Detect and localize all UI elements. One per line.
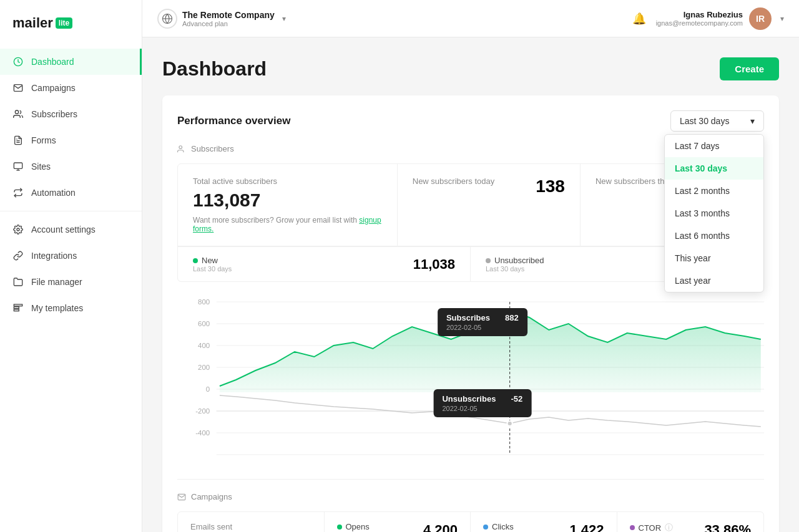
sidebar-item-subscribers[interactable]: Subscribers bbox=[0, 101, 142, 127]
sidebar-item-file-manager[interactable]: File manager bbox=[0, 269, 142, 295]
page-header: Dashboard Create bbox=[162, 57, 779, 80]
signup-text: Want more subscribers? Grow your email l… bbox=[193, 216, 359, 225]
opens-cell: Opens Last 30 days 4,200 bbox=[325, 512, 471, 532]
svg-text:400: 400 bbox=[198, 342, 210, 349]
forms-icon bbox=[12, 135, 24, 146]
date-dropdown[interactable]: Last 30 days ▾ Last 7 days Last 30 days … bbox=[670, 110, 764, 132]
svg-point-31 bbox=[507, 421, 512, 426]
total-active-label: Total active subscribers bbox=[193, 177, 382, 186]
file-icon bbox=[12, 276, 24, 288]
svg-point-1 bbox=[15, 110, 18, 114]
templates-icon bbox=[12, 302, 24, 314]
company-info: The Remote Company Advanced plan bbox=[182, 10, 275, 27]
sidebar: mailer lite Dashboard Campaigns Subscrib… bbox=[0, 0, 142, 532]
sidebar-item-forms[interactable]: Forms bbox=[0, 127, 142, 153]
dropdown-option-3months[interactable]: Last 3 months bbox=[665, 202, 763, 225]
svg-text:-200: -200 bbox=[195, 407, 210, 415]
topbar-right: 🔔 Ignas Rubezius ignas@remotecompany.com… bbox=[632, 7, 784, 30]
company-selector[interactable]: The Remote Company Advanced plan ▾ bbox=[157, 9, 286, 29]
content-area: Dashboard Create Performance overview La… bbox=[142, 37, 799, 532]
sites-icon bbox=[12, 161, 24, 172]
svg-point-7 bbox=[17, 228, 19, 231]
green-dot bbox=[193, 258, 198, 263]
chart-svg: 800 600 400 200 0 -200 -400 bbox=[177, 289, 764, 464]
sidebar-label-automation: Automation bbox=[31, 188, 76, 198]
sidebar-item-dashboard[interactable]: Dashboard bbox=[0, 49, 142, 75]
globe-icon bbox=[157, 9, 177, 29]
company-plan: Advanced plan bbox=[182, 20, 275, 27]
chart-container: 800 600 400 200 0 -200 -400 bbox=[177, 289, 764, 464]
date-filter-chevron: ▾ bbox=[750, 116, 755, 126]
user-text: Ignas Rubezius ignas@remotecompany.com bbox=[656, 10, 743, 27]
dropdown-option-7days[interactable]: Last 7 days bbox=[665, 135, 763, 157]
dropdown-option-lastyear[interactable]: Last year bbox=[665, 269, 763, 292]
settings-icon bbox=[12, 224, 24, 235]
user-info[interactable]: Ignas Rubezius ignas@remotecompany.com I… bbox=[656, 7, 784, 30]
bell-icon[interactable]: 🔔 bbox=[632, 12, 646, 26]
gray-dot bbox=[486, 258, 491, 263]
sidebar-item-campaigns[interactable]: Campaigns bbox=[0, 75, 142, 101]
total-active-cell: Total active subscribers 113,087 Want mo… bbox=[178, 164, 398, 246]
sidebar-label-sites: Sites bbox=[31, 162, 51, 172]
unsub-label: Unsubscribed bbox=[486, 256, 544, 265]
svg-text:800: 800 bbox=[198, 298, 210, 306]
dropdown-option-2months[interactable]: Last 2 months bbox=[665, 180, 763, 202]
signup-prompt: Want more subscribers? Grow your email l… bbox=[193, 216, 382, 233]
nav-items: Dashboard Campaigns Subscribers Forms Si… bbox=[0, 49, 142, 532]
dropdown-option-30days[interactable]: Last 30 days bbox=[665, 157, 763, 180]
ctor-dot bbox=[630, 525, 635, 530]
sidebar-label-dashboard: Dashboard bbox=[31, 57, 74, 67]
date-filter-button[interactable]: Last 30 days ▾ bbox=[670, 110, 764, 132]
campaigns-section-label: Campaigns bbox=[177, 492, 764, 501]
new-today-cell: New subscribers today 138 bbox=[398, 164, 581, 246]
company-name: The Remote Company bbox=[182, 10, 275, 20]
sidebar-label-integrations: Integrations bbox=[31, 251, 77, 261]
ctor-info-icon[interactable]: ⓘ bbox=[665, 522, 673, 532]
avatar: IR bbox=[749, 7, 772, 30]
dashboard-icon bbox=[12, 56, 24, 67]
date-filter-label: Last 30 days bbox=[680, 116, 729, 126]
ctor-value: 33.86% bbox=[704, 522, 751, 532]
svg-text:200: 200 bbox=[198, 364, 210, 371]
new-today-value: 138 bbox=[536, 177, 565, 196]
new-subs-label: New bbox=[193, 256, 232, 265]
svg-point-13 bbox=[179, 145, 182, 148]
sidebar-item-integrations[interactable]: Integrations bbox=[0, 243, 142, 269]
sidebar-item-sites[interactable]: Sites bbox=[0, 153, 142, 180]
sidebar-item-my-templates[interactable]: My templates bbox=[0, 295, 142, 321]
dropdown-option-thisyear[interactable]: This year bbox=[665, 247, 763, 269]
emails-sent-cell: Emails sent 7,869 bbox=[178, 512, 325, 532]
user-name: Ignas Rubezius bbox=[656, 10, 743, 19]
sidebar-label-forms: Forms bbox=[31, 135, 56, 145]
svg-text:600: 600 bbox=[198, 320, 210, 327]
campaigns-stats: Emails sent 7,869 Opens Last 30 days bbox=[177, 511, 764, 532]
integrations-icon bbox=[12, 250, 24, 261]
automation-icon bbox=[12, 187, 24, 198]
svg-rect-10 bbox=[14, 309, 19, 311]
card-header: Performance overview Last 30 days ▾ Last… bbox=[177, 110, 764, 132]
opens-dot bbox=[337, 525, 342, 530]
performance-card: Performance overview Last 30 days ▾ Last… bbox=[162, 95, 779, 532]
sidebar-label-account-settings: Account settings bbox=[31, 225, 96, 235]
clicks-cell: Clicks Last 30 days 1,422 bbox=[471, 512, 617, 532]
total-active-value: 113,087 bbox=[193, 190, 382, 211]
user-email: ignas@remotecompany.com bbox=[656, 19, 743, 27]
logo-area: mailer lite bbox=[0, 0, 142, 49]
page-title: Dashboard bbox=[162, 57, 267, 80]
campaigns-icon bbox=[12, 82, 24, 94]
sidebar-label-file-manager: File manager bbox=[31, 277, 82, 287]
ctor-label: CTOR bbox=[639, 523, 662, 533]
sidebar-item-account-settings[interactable]: Account settings bbox=[0, 216, 142, 243]
sidebar-label-my-templates: My templates bbox=[31, 303, 83, 313]
dropdown-option-6months[interactable]: Last 6 months bbox=[665, 225, 763, 247]
sidebar-item-automation[interactable]: Automation bbox=[0, 180, 142, 206]
svg-rect-9 bbox=[14, 307, 19, 309]
create-button[interactable]: Create bbox=[720, 57, 779, 80]
campaigns-section: Campaigns Emails sent 7,869 Opens bbox=[177, 479, 764, 532]
new-today-label: New subscribers today bbox=[413, 177, 495, 186]
subscribers-icon bbox=[12, 109, 24, 120]
card-title: Performance overview bbox=[177, 115, 290, 127]
svg-rect-4 bbox=[14, 163, 22, 168]
nav-divider bbox=[0, 211, 142, 211]
new-subs-cell: New Last 30 days 11,038 bbox=[178, 247, 471, 281]
